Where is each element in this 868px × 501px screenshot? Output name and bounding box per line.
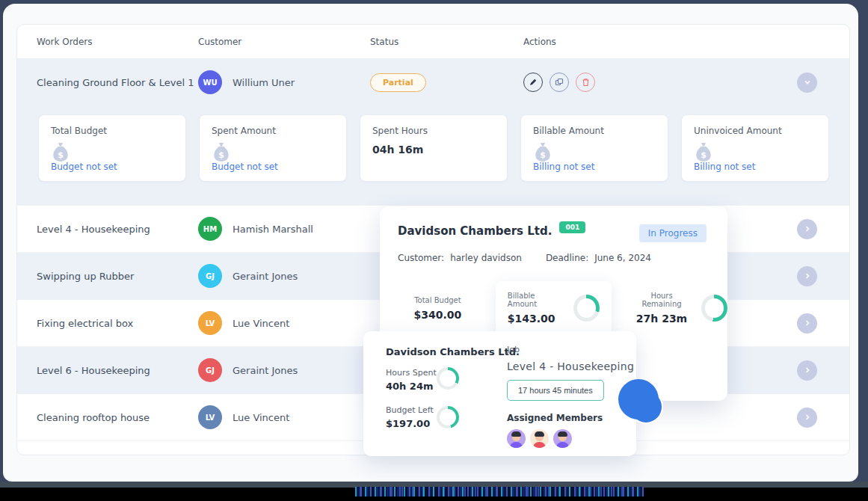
expand-row-button[interactable] xyxy=(797,219,817,239)
work-order-title: Level 6 - Housekeeping xyxy=(17,365,198,376)
header-status: Status xyxy=(370,37,523,47)
job-name: Level 4 - Housekeeping xyxy=(507,360,634,372)
header-actions: Actions xyxy=(523,37,849,47)
avatar-shirt xyxy=(510,442,523,448)
assigned-members-label: Assigned Members xyxy=(507,413,634,423)
avatar-shirt xyxy=(556,442,569,448)
avatar: GJ xyxy=(198,264,222,288)
customer-name: Geraint Jones xyxy=(233,271,298,282)
avatar-hair xyxy=(511,431,521,437)
spent-hours-value: 04h 16m xyxy=(372,144,495,156)
header-customer: Customer xyxy=(198,37,370,47)
deadline-label: Deadline: xyxy=(546,253,588,263)
header-work-orders: Work Orders xyxy=(17,37,198,47)
duplicate-button[interactable] xyxy=(550,73,569,92)
avatar-hair xyxy=(558,431,567,437)
customer-label: Customer: xyxy=(398,253,444,263)
uninvoiced-amount-card: Uninvoiced Amount $ Billing not set xyxy=(681,114,829,182)
edit-button[interactable] xyxy=(523,73,543,92)
work-order-title: Cleaning Ground Floor & Level 1 xyxy=(17,77,198,88)
member-avatar[interactable] xyxy=(553,429,572,448)
svg-text:$: $ xyxy=(540,150,546,160)
member-avatar[interactable] xyxy=(507,429,526,448)
customer-name: Lue Vincent xyxy=(233,318,289,329)
chevron-right-icon xyxy=(804,319,811,327)
stat-label: Uninvoiced Amount xyxy=(694,126,816,136)
stat-label: Spent Amount xyxy=(212,126,334,136)
popup-title: Davidson Chambers Ltd. xyxy=(398,224,552,238)
trash-icon xyxy=(582,78,590,87)
screen: Work Orders Customer Status Actions Clea… xyxy=(0,0,868,501)
customer-value: harley davidson xyxy=(450,253,522,263)
job-detail-popup: Davidson Chambers Ltd. Hours Spent 40h 2… xyxy=(363,331,636,456)
billable-amount-stat: Billable Amount $143.00 xyxy=(496,281,612,335)
assigned-members xyxy=(507,429,634,448)
billable-donut-chart xyxy=(573,295,600,322)
avatar: GJ xyxy=(198,358,222,382)
total-budget-stat: Total Budget $340.00 xyxy=(380,296,496,321)
work-order-title: Cleaning rooftop house xyxy=(17,412,198,423)
svg-text:$: $ xyxy=(58,150,64,160)
total-budget-card: Total Budget $ Budget not set xyxy=(38,114,186,182)
customer-name: Willium Uner xyxy=(233,77,295,88)
member-avatar[interactable] xyxy=(530,429,549,448)
stat-label: Billable Amount xyxy=(508,292,564,308)
avatar: WU xyxy=(198,70,222,94)
expanded-work-order: Cleaning Ground Floor & Level 1 WU Willi… xyxy=(17,59,849,206)
avatar: LV xyxy=(198,311,222,335)
stat-label: Total Budget xyxy=(380,296,496,304)
customer-name: Hamish Marshall xyxy=(233,224,313,235)
deadline-value: June 6, 2024 xyxy=(594,253,651,263)
work-order-title: Fixing electrical box xyxy=(17,318,198,329)
billing-not-set-link[interactable]: Billing not set xyxy=(533,162,594,172)
copy-icon xyxy=(555,78,564,87)
delete-button[interactable] xyxy=(576,73,595,92)
duration-button[interactable]: 17 hours 45 minutes xyxy=(507,380,604,401)
video-scrubber-noise xyxy=(355,487,644,497)
customer-name: Lue Vincent xyxy=(233,412,289,423)
expand-row-button[interactable] xyxy=(797,313,817,334)
billable-amount-card: Billable Amount $ Billing not set xyxy=(520,114,668,182)
spent-hours-card: Spent Hours 04h 16m xyxy=(360,114,508,182)
avatar-shirt xyxy=(533,442,546,448)
svg-text:$: $ xyxy=(218,150,224,160)
budget-not-set-link[interactable]: Budget not set xyxy=(212,162,278,172)
stat-label: Total Budget xyxy=(51,126,173,136)
popup-title: Davidson Chambers Ltd. xyxy=(386,346,520,357)
collapse-row-button[interactable] xyxy=(797,73,817,93)
order-number-badge: 001 xyxy=(559,221,585,233)
budget-not-set-link[interactable]: Budget not set xyxy=(51,162,117,172)
table-row[interactable]: Cleaning Ground Floor & Level 1 WU Willi… xyxy=(17,59,849,105)
avatar: LV xyxy=(198,405,222,429)
chevron-right-icon xyxy=(804,366,811,374)
stat-value: $340.00 xyxy=(380,309,496,321)
budget-left-donut-chart xyxy=(437,406,459,428)
work-order-title: Level 4 - Housekeeping xyxy=(17,224,198,235)
expand-row-button[interactable] xyxy=(797,266,817,286)
stat-value: 27h 23m xyxy=(631,313,693,325)
in-progress-badge: In Progress xyxy=(639,224,707,242)
expand-row-button[interactable] xyxy=(797,408,817,428)
svg-text:$: $ xyxy=(701,150,707,160)
job-label: Job xyxy=(507,345,634,354)
stat-label: Spent Hours xyxy=(372,126,495,136)
chevron-down-icon xyxy=(804,79,811,86)
status-badge: Partial xyxy=(370,73,426,92)
chevron-right-icon xyxy=(804,414,811,421)
work-order-title: Swipping up Rubber xyxy=(17,271,198,282)
chevron-right-icon xyxy=(804,272,811,280)
stat-label: Billable Amount xyxy=(533,126,656,136)
hours-remaining-donut-chart xyxy=(701,295,727,322)
avatar-hair xyxy=(535,431,544,437)
stat-label: Hours Remaining xyxy=(631,292,693,308)
expanded-stat-cards: Total Budget $ Budget not set Spent Amou… xyxy=(17,105,849,206)
spent-amount-card: Spent Amount $ Budget not set xyxy=(199,114,347,182)
stat-value: $143.00 xyxy=(508,313,564,325)
pencil-icon xyxy=(529,78,538,87)
expand-row-button[interactable] xyxy=(797,360,817,381)
billing-not-set-link[interactable]: Billing not set xyxy=(694,162,755,172)
hours-remaining-stat: Hours Remaining 27h 23m xyxy=(631,292,727,325)
hours-spent-donut-chart xyxy=(437,367,459,390)
table-header: Work Orders Customer Status Actions xyxy=(17,25,849,59)
chevron-right-icon xyxy=(804,225,811,233)
